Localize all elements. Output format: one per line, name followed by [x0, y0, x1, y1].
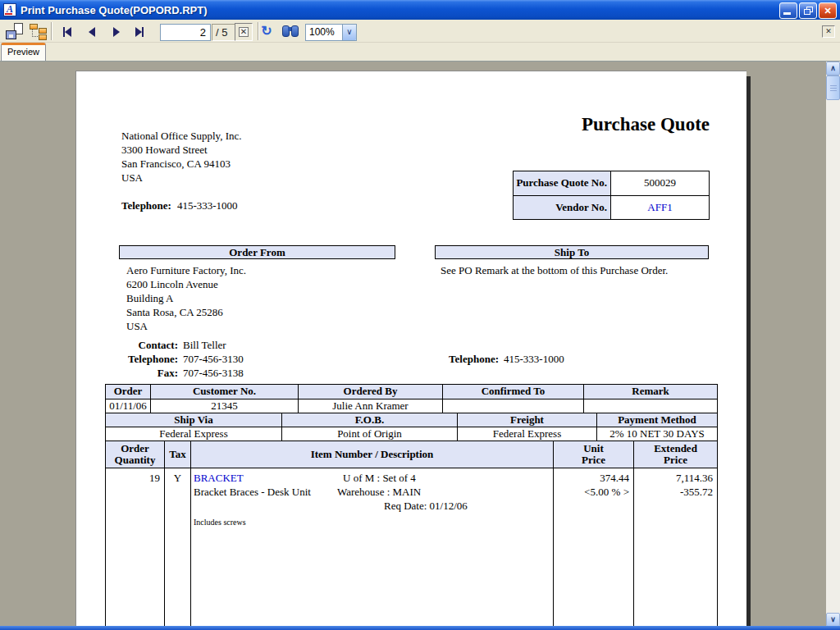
order-date-header: Order Date	[106, 385, 150, 399]
vendor-name: Aero Furniture Factory, Inc.	[126, 263, 246, 277]
tree-node-icon	[39, 34, 47, 40]
binoculars-icon	[291, 25, 299, 37]
close-view-button[interactable]: ✕	[822, 25, 835, 38]
arrow-left-icon	[89, 27, 95, 37]
app-icon: A	[3, 3, 16, 16]
fax-value: 707-456-3138	[183, 366, 244, 380]
confirmed-to-header: Confirmed To	[442, 385, 583, 399]
item-discount: <5.00 % >	[554, 485, 633, 499]
item-description-header: Item Number / Description	[190, 441, 553, 468]
company-street: 3300 Howard Street	[121, 143, 242, 157]
item-description-header-label: Item Number / Description	[191, 449, 553, 460]
scroll-down-button[interactable]: ∨	[826, 613, 840, 627]
extended-price-header: Extended Price	[633, 441, 717, 468]
stop-icon: ✕	[239, 27, 249, 37]
minimize-button[interactable]	[779, 2, 797, 19]
unit-price-header-line1: Unit	[554, 443, 633, 454]
tab-preview[interactable]: Preview	[1, 43, 46, 61]
previous-page-button[interactable]	[82, 23, 102, 41]
contact-value: Bill Teller	[183, 338, 226, 352]
telephone-value: 415-333-1000	[504, 352, 564, 366]
vendor-no-label: Vendor No.	[514, 196, 610, 219]
payment-method-header: Payment Method	[596, 413, 717, 427]
scrollbar-thumb[interactable]	[826, 75, 840, 100]
close-view-icon: ✕	[825, 27, 832, 35]
item-unit-price-cell: 374.44 <5.00 % >	[553, 468, 633, 627]
quote-number-box: Purchase Quote No. 500029 Vendor No. AFF…	[513, 171, 710, 220]
payment-method-value: 2% 10 NET 30 DAYS	[596, 427, 717, 441]
arrow-right-icon	[113, 27, 120, 37]
telephone-label: Telephone:	[421, 352, 499, 366]
item-number-link[interactable]: BRACKET	[194, 471, 244, 485]
item-warehouse: Warehouse : MAIN	[337, 485, 421, 499]
item-table-header-row: Order Quantity Tax Item Number / Descrip…	[106, 441, 717, 468]
ordered-by-value: Julie Ann Kramer	[298, 399, 442, 413]
ship-to-phone-row: Telephone: 415-333-1000	[421, 352, 564, 366]
tree-node-icon	[39, 28, 47, 34]
arrow-right-icon	[135, 27, 142, 37]
extended-price-header-line2: Price	[634, 454, 717, 466]
company-name: National Office Supply, Inc.	[121, 129, 242, 143]
fax-row: Fax: 707-456-3138	[100, 366, 244, 380]
telephone-value: 415-333-1000	[177, 199, 238, 212]
minimize-icon	[783, 12, 791, 15]
refresh-button[interactable]: ↻	[258, 23, 276, 41]
preview-area: National Office Supply, Inc. 3300 Howard…	[0, 61, 840, 627]
tab-row: Preview	[0, 43, 840, 61]
dropdown-arrow-button[interactable]: ∨	[342, 25, 356, 40]
last-page-button[interactable]	[130, 23, 149, 41]
restore-button[interactable]	[799, 2, 817, 19]
vendor-city: Santa Rosa, CA 25286	[126, 305, 246, 319]
item-quantity: 19	[106, 468, 164, 627]
unit-price-header-line2: Price	[554, 454, 633, 466]
ordered-by-header: Ordered By	[298, 385, 442, 399]
item-extended-price: 7,114.36	[634, 471, 717, 485]
vendor-phone-row: Telephone: 707-456-3130	[100, 352, 244, 366]
order-quantity-header-line2: Quantity	[106, 454, 164, 466]
customer-no-value: 21345	[150, 399, 298, 413]
vendor-street: 6200 Lincoln Avenue	[126, 277, 246, 291]
ship-via-header: Ship Via	[106, 413, 281, 427]
shipping-header-row: Ship Via F.O.B. Freight Payment Method	[106, 413, 717, 427]
scroll-up-button[interactable]: ∧	[826, 62, 840, 75]
purchase-quote-no-label: Purchase Quote No.	[514, 171, 610, 195]
customer-no-header: Customer No.	[150, 385, 298, 399]
zoom-value: 100%	[309, 26, 335, 38]
order-quantity-header-line1: Order	[106, 443, 164, 454]
refresh-icon: ↻	[261, 24, 272, 38]
vertical-scrollbar[interactable]: ∧ ∨	[826, 62, 840, 627]
item-description: Bracket Braces - Desk Unit	[194, 485, 311, 499]
company-country: USA	[121, 171, 242, 185]
item-unit-price: 374.44	[554, 471, 633, 485]
order-from-header: Order From	[119, 245, 395, 259]
item-detail-row: 19 Y BRACKET U of M : Set of 4 Bracket B…	[106, 468, 717, 627]
item-extended-price-cell: 7,114.36 -355.72	[633, 468, 717, 627]
stop-loading-button[interactable]: ✕	[235, 23, 253, 41]
telephone-label: Telephone:	[100, 352, 178, 366]
page-number-input[interactable]	[160, 24, 211, 41]
vendor-no-link[interactable]: AFF1	[610, 196, 709, 219]
zoom-dropdown[interactable]: 100% ∨	[305, 24, 357, 41]
search-button[interactable]	[281, 23, 300, 41]
next-page-button[interactable]	[107, 23, 126, 41]
remark-value	[583, 399, 717, 413]
first-page-button[interactable]	[57, 23, 77, 41]
freight-header: Freight	[457, 413, 596, 427]
vendor-building: Building A	[126, 291, 246, 305]
item-uofm: U of M : Set of 4	[343, 471, 416, 485]
close-button[interactable]: ✕	[819, 2, 837, 19]
window-title: Print Purchase Quote(POPORD.RPT)	[21, 4, 208, 16]
group-tree-button[interactable]	[28, 23, 48, 41]
export-report-button[interactable]	[5, 23, 25, 41]
title-bar: A Print Purchase Quote(POPORD.RPT) ✕	[0, 0, 840, 20]
item-tax-flag: Y	[164, 468, 190, 627]
remark-header: Remark	[583, 385, 717, 399]
close-icon: ✕	[824, 6, 831, 16]
item-extended-discount: -355.72	[634, 485, 717, 499]
purchase-quote-no-value: 500029	[610, 171, 709, 195]
tax-header: Tax	[164, 441, 190, 468]
freight-value: Federal Express	[457, 427, 596, 441]
chevron-up-icon: ∧	[830, 64, 836, 72]
order-table: Order Date Customer No. Ordered By Confi…	[105, 384, 718, 627]
chevron-down-icon: ∨	[346, 27, 352, 36]
